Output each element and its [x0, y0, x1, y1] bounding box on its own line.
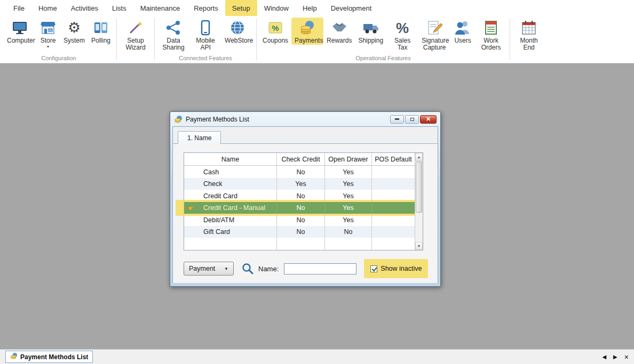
magnifier-icon	[241, 268, 254, 277]
users-icon	[454, 19, 471, 36]
menu-home[interactable]: Home	[31, 0, 64, 16]
menu-file[interactable]: File	[6, 0, 31, 16]
menu-reports[interactable]: Reports	[187, 0, 225, 16]
tab-name[interactable]: 1. Name	[178, 131, 221, 144]
payments-button[interactable]: Payments	[291, 18, 323, 45]
coins-icon	[174, 115, 183, 124]
button-label: Work Orders	[478, 37, 504, 51]
data-sharing-button[interactable]: Data Sharing	[157, 18, 189, 52]
scroll-up-icon[interactable]: ▲	[415, 153, 423, 161]
webstore-button[interactable]: WebStore	[221, 18, 253, 45]
globe-icon	[229, 19, 246, 36]
cell-pos-default	[372, 178, 415, 190]
menu-lists[interactable]: Lists	[105, 0, 133, 16]
wand-icon	[127, 19, 144, 36]
show-inactive-toggle[interactable]: Show inactive	[364, 259, 428, 278]
chevron-down-icon[interactable]: ▼	[46, 45, 50, 48]
sales-tax-button[interactable]: % Sales Tax	[386, 18, 418, 52]
table-row[interactable]: Credit Card No Yes	[184, 190, 415, 202]
tab-strip: 1. Name	[173, 131, 438, 144]
coins-icon	[299, 19, 316, 36]
users-button[interactable]: Users	[450, 18, 475, 45]
next-tab-icon[interactable]: ▶	[613, 354, 617, 360]
previous-tab-icon[interactable]: ◀	[602, 354, 606, 360]
signature-capture-button[interactable]: Signature Capture	[418, 18, 450, 52]
ribbon-group-operational-features: % Coupons Payments Rewards Shi	[258, 16, 509, 63]
cell-pos-default	[372, 190, 415, 202]
computer-button[interactable]: Computer	[4, 18, 36, 45]
button-label: Users	[454, 37, 471, 44]
menu-development[interactable]: Development	[324, 0, 379, 16]
setup-wizard-button[interactable]: Setup Wizard	[120, 18, 152, 52]
empty-row	[184, 238, 415, 250]
payment-methods-table: Name Check Credit Open Drawer POS Defaul…	[184, 152, 423, 250]
column-header-pos-default[interactable]: POS Default	[372, 153, 415, 165]
cell-open-drawer: Yes	[325, 214, 372, 226]
status-tab-payment-methods[interactable]: Payment Methods List	[5, 351, 93, 363]
cell-name: Gift Card	[184, 226, 277, 238]
minimize-icon	[395, 118, 399, 120]
scrollbar-thumb[interactable]	[416, 161, 422, 213]
menu-maintenance[interactable]: Maintenance	[133, 0, 187, 16]
ribbon-separator	[510, 19, 510, 60]
dialog-footer: Payment ▼ Name: Show inactive	[184, 257, 438, 280]
signature-icon	[426, 19, 443, 36]
shipping-button[interactable]: Shipping	[355, 18, 386, 45]
table-row[interactable]: Cash No Yes	[184, 166, 415, 178]
checkbox-checked-icon[interactable]	[370, 265, 377, 272]
column-header-check-credit[interactable]: Check Credit	[277, 153, 325, 165]
month-end-button[interactable]: Month End	[513, 18, 545, 52]
cell-name: Credit Card	[184, 190, 277, 202]
cell-open-drawer: Yes	[325, 190, 372, 202]
polling-button[interactable]: Polling	[88, 18, 114, 45]
handshake-icon	[331, 19, 348, 36]
share-icon	[165, 19, 182, 36]
ribbon-separator	[154, 19, 155, 60]
ribbon-group-label	[511, 54, 546, 63]
dialog-title-bar[interactable]: Payment Methods List ✕	[170, 112, 440, 126]
table-row[interactable]: Debit/ATM No Yes	[184, 214, 415, 226]
table-row[interactable]: Check Yes Yes	[184, 178, 415, 190]
column-header-open-drawer[interactable]: Open Drawer	[325, 153, 372, 165]
ribbon-group-setup-wizard: Setup Wizard	[118, 16, 153, 63]
menu-activities[interactable]: Activities	[64, 0, 105, 16]
polling-icon	[92, 19, 109, 36]
coupons-button[interactable]: % Coupons	[259, 18, 291, 45]
ribbon-group-label	[118, 54, 153, 63]
column-header-name[interactable]: Name	[184, 153, 277, 165]
system-button[interactable]: ⚙ System	[60, 18, 88, 45]
work-orders-button[interactable]: Work Orders	[475, 18, 507, 52]
close-icon: ✕	[426, 116, 431, 123]
search-button[interactable]	[241, 262, 254, 275]
menu-window[interactable]: Window	[257, 0, 296, 16]
cell-open-drawer: Yes	[325, 166, 372, 178]
payment-filter-dropdown[interactable]: Payment ▼	[184, 262, 234, 276]
cell-pos-default	[372, 214, 415, 226]
cell-name: ☛ Credit Card - Manual	[184, 202, 277, 214]
name-filter-input[interactable]	[284, 263, 356, 274]
menu-setup[interactable]: Setup	[225, 0, 257, 16]
close-button[interactable]: ✕	[420, 115, 437, 124]
mobile-api-button[interactable]: Mobile API	[189, 18, 221, 52]
cell-name: Debit/ATM	[184, 214, 277, 226]
maximize-button[interactable]	[405, 115, 419, 124]
rewards-button[interactable]: Rewards	[323, 18, 355, 45]
store-button[interactable]: Store ▼	[36, 18, 60, 49]
table-row-selected[interactable]: ☛ Credit Card - Manual No Yes	[184, 202, 415, 214]
cell-check-credit: No	[277, 190, 325, 202]
tab-page: Name Check Credit Open Drawer POS Defaul…	[173, 143, 438, 283]
vertical-scrollbar[interactable]: ▲ ▼	[415, 153, 423, 250]
ribbon-group-connected-features: Data Sharing Mobile API WebStore Connect…	[156, 16, 255, 63]
coupon-icon: %	[267, 19, 284, 36]
cell-pos-default	[372, 166, 415, 178]
cell-check-credit: No	[277, 226, 325, 238]
menu-help[interactable]: Help	[296, 0, 324, 16]
ribbon-group-label: Operational Features	[258, 54, 509, 63]
button-label: Mobile API	[193, 37, 218, 51]
minimize-button[interactable]	[390, 115, 404, 124]
cell-check-credit: Yes	[277, 178, 325, 190]
scroll-down-icon[interactable]: ▼	[415, 242, 423, 250]
table-row[interactable]: Gift Card No No	[184, 226, 415, 238]
ribbon-group-label: Connected Features	[156, 54, 255, 63]
close-tab-icon[interactable]: ×	[624, 354, 629, 360]
